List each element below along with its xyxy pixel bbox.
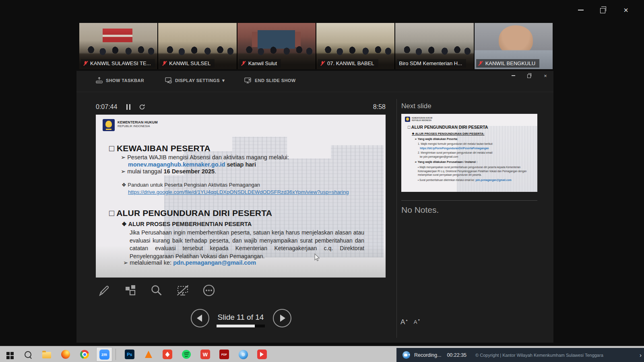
recorder-camera-icon[interactable] bbox=[402, 351, 410, 359]
restart-icon bbox=[139, 104, 145, 110]
see-all-slides-button[interactable] bbox=[123, 283, 138, 298]
slide-counter: Slide 11 of 14 bbox=[196, 313, 285, 322]
minimize-icon bbox=[512, 75, 515, 76]
chrome-icon bbox=[80, 350, 89, 359]
recording-bar: Recording... 00:22:35 © Copyright | Kant… bbox=[396, 348, 644, 362]
close-icon: × bbox=[623, 6, 628, 15]
spotify-button[interactable] bbox=[181, 349, 192, 360]
next-slide-button[interactable] bbox=[273, 309, 291, 327]
vlc-button[interactable] bbox=[143, 349, 154, 360]
participant-tile[interactable]: KANWIL BENGKULU bbox=[475, 23, 553, 69]
presenter-window-controls: × bbox=[505, 71, 553, 80]
slide-bullet: monev.maganghub.kemnaker.go.id setiap ha… bbox=[128, 161, 256, 168]
current-slide[interactable]: KEMENTERIAN HUKUMREPUBLIK INDONESIA □ KE… bbox=[96, 115, 386, 278]
logo-line2: REPUBLIK INDONESIA bbox=[118, 124, 158, 128]
pen-tool-button[interactable] bbox=[97, 283, 111, 298]
thumb-bullet: • Wajib menyampaikan surat pemberitahuan… bbox=[418, 165, 534, 177]
participant-name-tag: Biro SDM Kementerian H... bbox=[397, 59, 466, 68]
participant-name-tag: KANWIL SULSEL bbox=[160, 59, 215, 68]
caret-down-icon: ▼ bbox=[417, 319, 420, 322]
media-app-icon bbox=[163, 350, 172, 359]
window-minimize-button[interactable] bbox=[575, 4, 587, 16]
participant-name-tag: KANWIL SULAWESI TE... bbox=[81, 59, 155, 68]
muted-mic-icon bbox=[320, 61, 325, 66]
slide-paragraph: Jika Perusahaan ingin memberhentikan pes… bbox=[130, 229, 364, 260]
firefox-button[interactable] bbox=[60, 349, 71, 360]
slide-section1-title: □ KEWAJIBAN PESERTA bbox=[109, 144, 211, 153]
participant-tile[interactable]: KANWIL SULAWESI TE... bbox=[79, 23, 157, 69]
start-button[interactable] bbox=[4, 349, 14, 360]
windows-logo-icon bbox=[6, 352, 10, 355]
elapsed-timer: 0:07:44 bbox=[96, 103, 117, 111]
muted-mic-icon bbox=[478, 61, 483, 66]
photoshop-button[interactable]: Ps bbox=[124, 349, 135, 360]
copyright-text: © Copyright | Kantor Wilayah Kemenkumham… bbox=[475, 353, 603, 358]
camera-app-button[interactable] bbox=[238, 349, 248, 360]
display-settings-label: DISPLAY SETTINGS ▼ bbox=[175, 78, 226, 83]
slide-bold-text: setiap hari bbox=[225, 161, 256, 168]
slide-progress-fill bbox=[217, 325, 255, 327]
pdf-reader-button[interactable]: PDF bbox=[219, 349, 229, 360]
end-slide-show-button[interactable]: END SLIDE SHOW bbox=[244, 77, 296, 84]
taskbar-search-button[interactable] bbox=[23, 349, 33, 360]
zoom-app-button-active[interactable]: zm bbox=[96, 347, 112, 362]
thumb-subtitle: ❖ ALUR PROSES PENGUNDURAN DIRI PESERTA: bbox=[412, 132, 485, 136]
video-strip: KANWIL SULAWESI TE... KANWIL SULSEL Kanw… bbox=[79, 23, 553, 69]
participant-tile-active-speaker[interactable]: Biro SDM Kementerian H... bbox=[395, 23, 473, 69]
pdf-icon: PDF bbox=[219, 350, 229, 359]
participant-name: Biro SDM Kementerian H... bbox=[399, 60, 462, 66]
participant-name: Kanwil Sulut bbox=[248, 60, 277, 66]
next-arrow-icon bbox=[280, 315, 285, 322]
window-restore-button[interactable] bbox=[597, 4, 609, 16]
participant-name-tag: 07. KANWIL BABEL bbox=[318, 59, 378, 68]
wps-office-button[interactable]: W bbox=[200, 349, 211, 360]
monev-link[interactable]: monev.maganghub.kemnaker.go.id bbox=[128, 161, 225, 168]
zoom-slide-button[interactable] bbox=[149, 283, 164, 298]
decrease-font-button[interactable]: A▼ bbox=[414, 319, 420, 325]
black-screen-button[interactable] bbox=[175, 283, 190, 298]
restart-timer-button[interactable] bbox=[139, 104, 145, 112]
restore-icon bbox=[527, 74, 531, 78]
more-options-button[interactable] bbox=[202, 283, 216, 298]
drive-link[interactable]: https://drive.google.com/file/d/1YU4qgLD… bbox=[128, 189, 349, 195]
thumb-bullet: • Surat pemberitahuan dikirimkan melalui… bbox=[418, 178, 534, 182]
camera-icon bbox=[239, 350, 248, 359]
email-link[interactable]: pdn.pemagangan@gmail.com bbox=[173, 259, 256, 266]
media-app-button[interactable] bbox=[162, 349, 173, 360]
participant-tile[interactable]: KANWIL SULSEL bbox=[158, 23, 236, 69]
notes-divider bbox=[401, 200, 537, 201]
show-taskbar-button[interactable]: SHOW TASKBAR bbox=[96, 77, 144, 84]
pause-timer-button[interactable] bbox=[126, 104, 130, 110]
presenter-close-button[interactable]: × bbox=[537, 71, 553, 80]
participant-tile[interactable]: 07. KANWIL BABEL bbox=[316, 23, 394, 69]
participant-name-tag: Kanwil Sulut bbox=[239, 59, 281, 68]
slide-bullet: ➢ Peserta WAJIB mengisi Absensi dan akti… bbox=[121, 154, 289, 160]
minimize-icon bbox=[578, 10, 584, 10]
thumb-item: 2. Mengirimkan surat pernyataan pengundu… bbox=[418, 151, 492, 154]
magnifier-icon bbox=[149, 283, 164, 298]
ellipsis-icon bbox=[202, 283, 216, 298]
presenter-minimize-button[interactable] bbox=[505, 71, 521, 80]
mouse-cursor bbox=[314, 253, 321, 261]
next-slide-label: Next slide bbox=[401, 102, 431, 110]
thumb-item: 1. Wajib mengisi formulir pengunduran di… bbox=[418, 142, 493, 145]
video-player-button[interactable] bbox=[257, 349, 267, 360]
next-slide-thumbnail[interactable]: KEMENTERIAN HUKUM REPUBLIK INDONESIA □ A… bbox=[401, 114, 537, 192]
file-explorer-button[interactable] bbox=[41, 349, 52, 360]
expand-chevron-icon[interactable]: › bbox=[640, 352, 642, 358]
search-icon bbox=[25, 351, 31, 358]
increase-font-button[interactable]: A▲ bbox=[400, 319, 408, 325]
thumb-logo-text: KEMENTERIAN HUKUM REPUBLIK INDONESIA bbox=[412, 117, 436, 121]
chrome-button[interactable] bbox=[79, 349, 90, 360]
window-close-button[interactable]: × bbox=[620, 4, 632, 16]
thumb-email-link: pdn.pemagangan@gmail.com bbox=[475, 179, 511, 181]
participant-name: 07. KANWIL BABEL bbox=[327, 60, 374, 66]
clock-time: 8:58 bbox=[366, 103, 386, 111]
participant-tile[interactable]: Kanwil Sulut bbox=[237, 23, 316, 69]
thumb-ministry-logo bbox=[405, 117, 410, 122]
display-settings-button[interactable]: DISPLAY SETTINGS ▼ bbox=[165, 77, 226, 84]
annotation-toolbar bbox=[97, 283, 228, 298]
presenter-restore-button[interactable] bbox=[521, 71, 537, 80]
firefox-icon bbox=[61, 350, 70, 359]
vlc-cone-icon bbox=[145, 351, 152, 358]
